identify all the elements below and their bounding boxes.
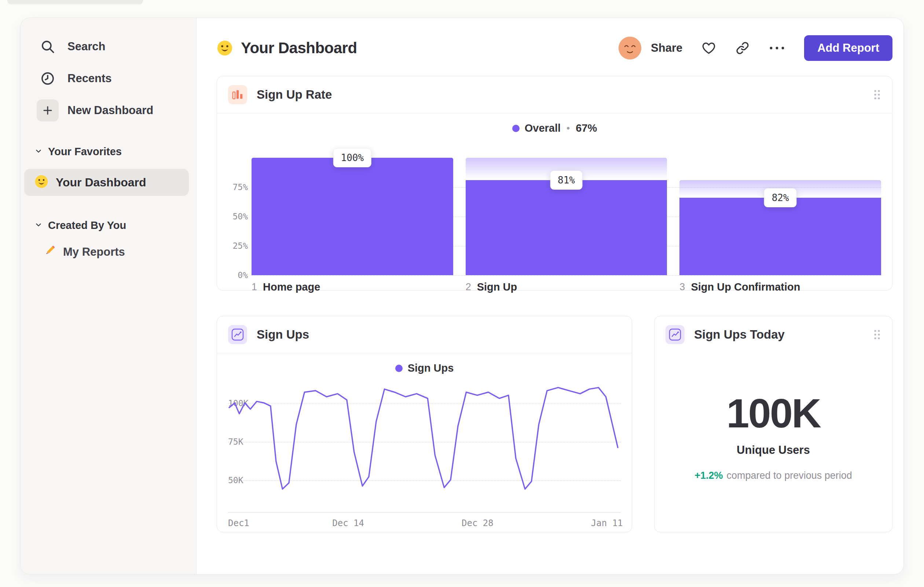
bottom-row: Sign Ups Sign Ups 100K75K50K Dec1Dec 14D… [217, 316, 893, 532]
funnel-bar-fill [466, 180, 667, 275]
avatar[interactable] [619, 37, 641, 60]
legend-value: 67% [576, 122, 597, 134]
header-actions: Share Add Report [619, 35, 893, 61]
kpi-label: Unique Users [655, 443, 892, 457]
share-button[interactable]: Share [619, 37, 682, 60]
funnel-y-label: 0% [228, 270, 248, 280]
funnel-step-number: 2 [466, 281, 471, 293]
section-label: Your Favorites [48, 146, 122, 158]
funnel-plot: 75%50%25%0%100%81%82% [228, 147, 881, 275]
card-header: Sign Ups [217, 316, 632, 353]
share-label: Share [651, 41, 682, 55]
sidebar-item-new-dashboard[interactable]: New Dashboard [37, 99, 189, 122]
funnel-step-labels: 1Home page2Sign Up3Sign Up Confirmation [252, 281, 881, 293]
funnel-step-number: 1 [252, 281, 257, 293]
sidebar-item-label: Recents [68, 72, 112, 85]
kpi-value: 100K [655, 390, 892, 437]
legend-separator: • [566, 122, 570, 134]
browser-top-strip [7, 0, 143, 4]
signup-rate-card: Sign Up Rate Overall • 67% 75%50%25%0%10… [217, 76, 893, 291]
card-header: Sign Up Rate [217, 76, 892, 113]
chevron-down-icon [35, 146, 43, 158]
card-header: Sign Ups Today [655, 316, 892, 353]
funnel-chart-icon [228, 85, 247, 104]
funnel-value-label: 100% [333, 148, 372, 167]
app-window: Search Recents New Dashboard Your Favori… [20, 18, 904, 575]
drag-handle-icon[interactable] [873, 89, 881, 100]
funnel-value-label: 82% [764, 188, 797, 207]
kpi-delta: +1.2%compared to previous period [655, 470, 892, 481]
card-title: Sign Ups Today [694, 327, 785, 342]
add-report-button[interactable]: Add Report [804, 35, 893, 61]
funnel-bars: 100%81%82% [252, 158, 881, 275]
sidebar-item-recents[interactable]: Recents [37, 67, 189, 90]
signups-card: Sign Ups Sign Ups 100K75K50K Dec1Dec 14D… [217, 316, 632, 532]
signups-today-card: Sign Ups Today 100K Unique Users +1.2%co… [654, 316, 893, 532]
page-title: Your Dashboard [241, 39, 357, 57]
funnel-bar[interactable]: 82% [680, 158, 881, 275]
line-x-labels: Dec1Dec 14Dec 28Jan 11 [228, 518, 621, 531]
sidebar-item-your-dashboard[interactable]: Your Dashboard [24, 169, 189, 196]
signups-line-series [229, 387, 618, 489]
line-x-label: Dec 28 [462, 518, 493, 528]
line-legend: Sign Ups [217, 353, 632, 381]
card-title: Sign Up Rate [257, 88, 332, 102]
legend-dot [395, 365, 403, 372]
kpi-delta-note: compared to previous period [727, 470, 852, 481]
funnel-step-name: Sign Up Confirmation [691, 281, 800, 293]
signups-line-svg[interactable] [228, 384, 621, 512]
line-x-label: Jan 11 [591, 518, 623, 528]
line-x-label: Dec 14 [332, 518, 364, 528]
funnel-bar-fill [680, 198, 881, 275]
funnel-y-label: 50% [228, 212, 248, 221]
section-your-favorites[interactable]: Your Favorites [35, 146, 189, 158]
funnel-value-label: 81% [550, 170, 582, 190]
sidebar-item-search[interactable]: Search [37, 35, 189, 58]
chevron-down-icon [35, 219, 43, 231]
sidebar-item-label: Your Dashboard [56, 176, 146, 189]
smiley-icon [35, 175, 48, 190]
line-chart-icon [665, 325, 685, 344]
legend-dot [512, 125, 520, 132]
smiley-icon [217, 40, 233, 56]
funnel-bar[interactable]: 81% [466, 158, 667, 275]
funnel-bar-fill [252, 158, 453, 275]
funnel-step-label: 2Sign Up [466, 281, 667, 293]
funnel-y-label: 75% [228, 182, 248, 192]
funnel-step-name: Home page [263, 281, 320, 293]
funnel-gridline [252, 275, 881, 276]
funnel-step-number: 3 [680, 281, 685, 293]
card-title: Sign Ups [257, 327, 309, 342]
favorite-heart-icon[interactable] [701, 41, 716, 55]
pencil-icon [43, 244, 56, 260]
plus-icon [37, 99, 59, 121]
funnel-y-label: 25% [228, 241, 248, 251]
section-created-by-you[interactable]: Created By You [35, 219, 189, 231]
section-label: Created By You [48, 219, 126, 231]
funnel-step-label: 3Sign Up Confirmation [680, 281, 881, 293]
more-options-icon[interactable] [769, 45, 785, 51]
legend-label: Overall [525, 122, 561, 134]
copy-link-icon[interactable] [735, 41, 750, 55]
drag-handle-icon[interactable] [873, 329, 881, 340]
clock-icon [37, 68, 59, 89]
funnel-step-name: Sign Up [477, 281, 517, 293]
funnel-bar[interactable]: 100% [252, 158, 453, 275]
sidebar-item-my-reports[interactable]: My Reports [43, 240, 189, 264]
sidebar-item-label: New Dashboard [68, 104, 153, 117]
kpi-delta-value: +1.2% [695, 470, 723, 481]
sidebar-item-label: My Reports [63, 245, 125, 259]
page-header: Your Dashboard Share Add Report [217, 35, 893, 61]
main-content: Your Dashboard Share Add Report [196, 18, 903, 574]
legend-label: Sign Ups [408, 362, 454, 374]
line-plot: 100K75K50K [228, 384, 621, 513]
funnel-step-label: 1Home page [252, 281, 453, 293]
sidebar: Search Recents New Dashboard Your Favori… [21, 18, 196, 574]
funnel-legend: Overall • 67% [217, 113, 892, 141]
sidebar-item-label: Search [68, 40, 105, 53]
search-icon [37, 36, 59, 58]
line-x-label: Dec1 [228, 518, 249, 528]
line-chart-icon [228, 325, 247, 344]
